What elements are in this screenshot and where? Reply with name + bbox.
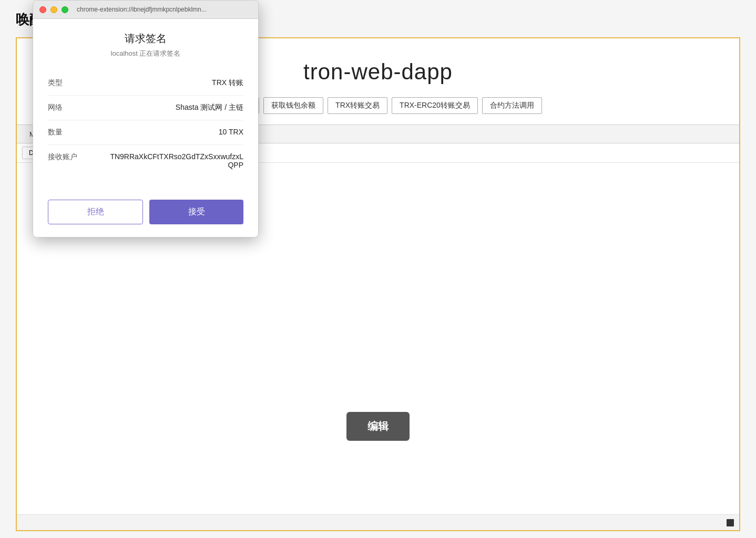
popup-row-receiver: 接收账户 TN9RRaXkCFtTXRso2GdTZxSxxwufzxLQPP (48, 145, 243, 177)
content-area: chrome-extension://ibnejdfjmmkpcnlpebklm… (17, 163, 739, 514)
popup-overlay: chrome-extension://ibnejdfjmmkpcnlpebklm… (33, 0, 259, 237)
dapp-button-1[interactable]: 获取钱包余额 (263, 97, 323, 114)
popup-label-type: 类型 (48, 78, 63, 88)
bottom-bar (17, 514, 739, 530)
popup-row-amount: 数量 10 TRX (48, 120, 243, 145)
dapp-button-4[interactable]: 合约方法调用 (482, 97, 542, 114)
traffic-light-close[interactable] (39, 6, 46, 13)
popup-content: 请求签名 localhost 正在请求签名 类型 TRX 转账 网络 Shast… (33, 19, 258, 189)
popup-window: chrome-extension://ibnejdfjmmkpcnlpebklm… (33, 0, 259, 237)
edit-button[interactable]: 编辑 (346, 412, 410, 441)
traffic-light-maximize[interactable] (62, 6, 68, 13)
dapp-button-3[interactable]: TRX-ERC20转账交易 (392, 97, 478, 114)
edit-button-container: 编辑 (346, 412, 410, 441)
popup-label-network: 网络 (48, 103, 63, 112)
devtools-area: tron-web-dapp 连接钱包获取钱包余额TRX转账交易TRX-ERC20… (17, 38, 739, 514)
dapp-title: tron-web-dapp (303, 59, 453, 85)
popup-value-network: Shasta 测试网 / 主链 (176, 103, 243, 112)
accept-button[interactable]: 接受 (149, 200, 243, 224)
popup-value-amount: 10 TRX (219, 128, 243, 137)
reject-button[interactable]: 拒绝 (48, 200, 143, 224)
bottom-bar-icon (727, 519, 734, 526)
dapp-buttons: 连接钱包获取钱包余额TRX转账交易TRX-ERC20转账交易合约方法调用 (214, 97, 542, 114)
popup-heading: 请求签名 (48, 32, 243, 46)
popup-row-network: 网络 Shasta 测试网 / 主链 (48, 96, 243, 120)
popup-url: chrome-extension://ibnejdfjmmkpcnlpebklm… (77, 6, 252, 13)
popup-row-type: 类型 TRX 转账 (48, 71, 243, 96)
popup-label-receiver: 接收账户 (48, 152, 77, 169)
dapp-button-2[interactable]: TRX转账交易 (328, 97, 387, 114)
popup-subheading: localhost 正在请求签名 (48, 49, 243, 58)
outer-frame: tron-web-dapp 连接钱包获取钱包余额TRX转账交易TRX-ERC20… (16, 37, 740, 531)
popup-titlebar: chrome-extension://ibnejdfjmmkpcnlpebklm… (33, 1, 258, 19)
traffic-light-minimize[interactable] (50, 6, 57, 13)
popup-value-receiver: TN9RRaXkCFtTXRso2GdTZxSxxwufzxLQPP (107, 152, 243, 169)
popup-value-type: TRX 转账 (212, 78, 243, 88)
popup-actions: 拒绝 接受 (33, 189, 258, 237)
popup-label-amount: 数量 (48, 128, 63, 137)
